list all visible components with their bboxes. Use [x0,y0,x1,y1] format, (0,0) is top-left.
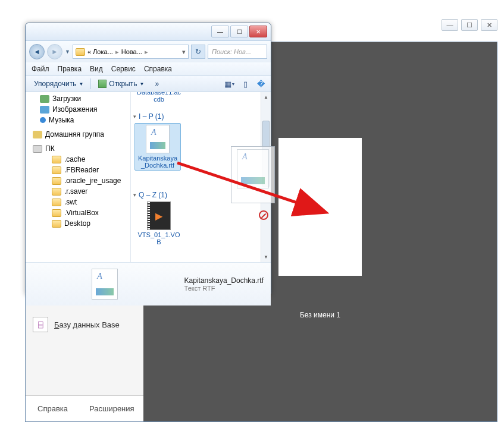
folder-icon [76,48,85,56]
document-thumbnail[interactable] [278,138,362,276]
search-input[interactable]: Поиск: Нов... [208,45,267,59]
details-pane: Kapitanskaya_Dochka.rtf Текст RTF [26,262,271,306]
folder-icon [52,188,61,196]
document-icon [237,149,269,188]
toolbar: Упорядочить▼ Открыть▼ » ▦▼ ▯ � [26,76,271,92]
back-button[interactable]: ◄ [29,44,45,59]
close-button[interactable]: ✕ [249,26,267,37]
tree-pc[interactable]: ПК [26,143,130,154]
video-icon [147,201,171,230]
details-filename: Kapitanskaya_Dochka.rtf [184,276,264,285]
footer-help[interactable]: Справка [37,404,68,413]
preview-pane-button[interactable]: ▯ [240,78,251,89]
group-header-ip[interactable]: I – P (1) [133,110,164,123]
menu-file[interactable]: Файл [32,65,49,73]
folder-icon [52,209,61,217]
refresh-button[interactable]: ↻ [191,45,205,59]
pictures-icon [40,106,49,114]
tree-cache[interactable]: .cache [26,154,130,165]
document-icon [146,125,170,153]
folder-icon [52,199,61,206]
open-button[interactable]: Открыть▼ [95,78,148,89]
menu-view[interactable]: Вид [90,65,103,73]
crumb-part[interactable]: Нова... [121,48,142,55]
tree-oracle[interactable]: .oracle_jre_usage [26,175,130,186]
chevron-down-icon: ▼ [79,81,83,87]
document-icon [92,269,118,300]
file-item[interactable]: VTS_01_1.VOB [136,201,182,245]
crumb-part[interactable]: « Лока... [87,48,113,55]
sidebar-item-base[interactable]: ⌸ Базу данных Base [26,311,143,338]
file-name: VTS_01_1.VOB [136,231,182,245]
document-name: Без имени 1 [300,311,340,319]
menu-help[interactable]: Справка [144,65,172,73]
menu-service[interactable]: Сервис [111,65,136,73]
tree-virtualbox[interactable]: .VirtualBox [26,207,130,218]
group-header-qz[interactable]: Q – Z (1) [133,188,167,201]
base-icon: ⌸ [33,317,48,332]
minimize-button[interactable]: — [211,26,229,37]
titlebar[interactable]: — ☐ ✕ [26,23,271,41]
forward-button[interactable]: ► [47,44,62,59]
pc-icon [33,145,42,153]
music-icon [40,117,46,123]
help-button[interactable]: � [255,78,266,89]
drag-ghost [231,146,275,203]
folder-icon [52,177,61,185]
folder-icon [52,220,61,228]
open-icon [98,80,107,88]
bg-close-button[interactable]: ✕ [481,19,497,31]
menu-edit[interactable]: Правка [58,65,82,73]
folder-icon [52,156,61,163]
scroll-up-button[interactable]: ▲ [261,92,271,102]
view-options-button[interactable]: ▦▼ [224,78,235,89]
folder-icon [52,166,61,174]
bg-maximize-button[interactable]: ☐ [461,19,478,31]
file-item[interactable]: Database11.accdb [136,92,182,103]
scroll-down-button[interactable]: ▼ [261,252,271,262]
maximize-button[interactable]: ☐ [230,26,248,37]
history-chevron-icon[interactable]: ▼ [65,49,70,55]
more-button[interactable]: » [151,78,162,89]
tree-downloads[interactable]: Загрузки [26,93,130,104]
tree-rsaver[interactable]: .r.saver [26,186,130,197]
organize-button[interactable]: Упорядочить▼ [30,78,87,89]
no-drop-icon [259,210,268,220]
chevron-down-icon[interactable]: ▾ [182,48,186,56]
tree-desktop[interactable]: Desktop [26,218,130,229]
homegroup-icon [33,131,42,138]
file-name: Database11.accdb [136,92,182,103]
bg-minimize-button[interactable]: — [442,19,458,31]
tree-swt[interactable]: .swt [26,197,130,207]
downloads-icon [40,95,49,103]
tree-homegroup[interactable]: Домашняя группа [26,129,130,140]
tree-fbreader[interactable]: .FBReader [26,165,130,175]
file-name: Kapitanskaya_Dochka.rtf [136,155,179,169]
menu-bar: Файл Правка Вид Сервис Справка [26,62,271,76]
footer-extensions[interactable]: Расширения [89,404,134,413]
sidebar-label: Базу данных Base [54,320,120,329]
breadcrumb[interactable]: « Лока... ▸ Нова... ▸ ▾ [73,45,189,59]
file-item-selected[interactable]: Kapitanskaya_Dochka.rtf [134,123,181,171]
chevron-down-icon: ▼ [139,81,144,87]
details-filetype: Текст RTF [184,285,264,292]
chevron-right-icon: ▸ [145,48,148,56]
tree-music[interactable]: Музыка [26,115,130,125]
nav-bar: ◄ ► ▼ « Лока... ▸ Нова... ▸ ▾ ↻ Поиск: Н… [26,41,271,62]
chevron-right-icon: ▸ [115,48,119,56]
tree-pictures[interactable]: Изображения [26,104,130,115]
nav-tree[interactable]: Загрузки Изображения Музыка Домашняя гру… [26,92,131,262]
separator [90,78,91,89]
